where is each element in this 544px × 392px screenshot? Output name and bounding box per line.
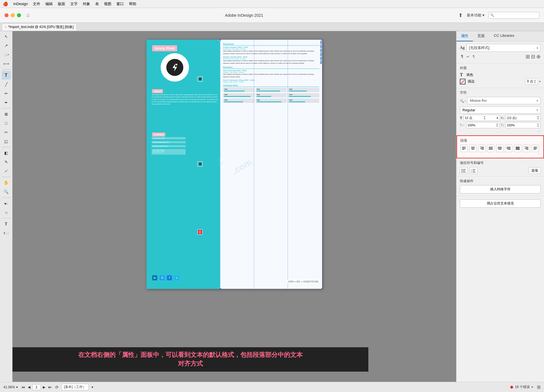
menu-object[interactable]: 对象 [83,1,90,7]
apple-menu[interactable]: 🍎 [3,1,8,7]
tab-pages[interactable]: 页面 [473,31,489,41]
align-left-button[interactable] [460,145,468,152]
first-page-button[interactable]: ⏮ [21,385,26,389]
scale-h-stepper[interactable]: ▲ ▼ [496,123,498,127]
tool-pencil[interactable]: ✏ [2,89,11,98]
thread-icon-2[interactable]: ⬛ [197,161,203,167]
para-options-icon[interactable]: ⊞ [526,54,530,60]
maximize-window-button[interactable] [17,13,21,17]
size-stepper[interactable]: ▲ ▼ [483,116,486,120]
tool-type[interactable]: T [2,71,11,80]
tab-close-button[interactable]: × [5,25,7,29]
stroke-down[interactable]: ▼ [534,82,536,84]
tool-preview[interactable]: T [2,220,11,228]
menu-edit[interactable]: 编辑 [45,1,53,7]
scale-h-input[interactable]: 100% ▲ ▼ [466,122,500,128]
menu-file[interactable]: 文件 [33,1,40,7]
stroke-dropdown-arrow[interactable]: ▾ [539,80,541,83]
share-button[interactable]: ⬆ [458,12,463,18]
align-justify-center-button[interactable] [496,145,503,152]
tab-properties[interactable]: 属性 [456,31,473,41]
menu-table[interactable]: 表 [95,1,99,7]
align-away-spine-button[interactable] [532,145,539,152]
error-count[interactable]: 16 个错误 [515,385,530,389]
para-split-icon[interactable]: ⊟ [531,54,535,60]
size-down[interactable]: ▼ [483,118,486,120]
document-tab[interactable]: × *Import_text.indd @ 41% [GPU 预览] [转换] [2,23,77,31]
canvas-area[interactable]: Jenny Pixel About [12,31,456,382]
tool-zoom[interactable]: 🔍 [2,188,11,196]
thread-icon-overflow[interactable]: ⊗ [197,229,203,235]
menu-window[interactable]: 窗口 [116,1,124,7]
last-page-button[interactable]: ⏭ [47,385,52,389]
tool-gradient[interactable]: ◧ [2,149,11,157]
stroke-value-input[interactable]: 0 点 ▲ ▼ [525,78,538,85]
preset-arrow[interactable]: ▾ [92,385,93,389]
char-more-options[interactable]: ··· [460,129,541,133]
align-center-button[interactable] [469,145,477,152]
scale-v-stepper[interactable]: ▲ ▼ [537,123,539,127]
tool-eyedropper[interactable]: 💉 [2,167,11,175]
tool-page[interactable]: ⬜↗ [2,50,11,59]
home-button[interactable]: ⌂ [27,12,30,18]
para-add-icon[interactable]: ⊕ [536,54,541,60]
numbered-list-button[interactable]: 1.2.3. [469,167,477,174]
leading-down[interactable]: ▼ [537,118,539,120]
tool-frame-type[interactable]: T⬜ [2,229,11,237]
tool-pen[interactable]: ✒ [2,98,11,107]
font-size-input[interactable]: 12 点 ▲ ▼ ▾ [464,115,500,121]
align-towards-spine-button[interactable] [523,145,530,152]
paragraph-style-dropdown[interactable]: [无段落样式] ▾ [466,44,541,52]
menu-text[interactable]: 文字 [70,1,78,7]
size-unit-dropdown[interactable]: ▾ [497,116,498,120]
align-force-justify-button[interactable] [514,145,521,152]
preset-dropdown[interactable]: [基本]（工作） [61,384,89,390]
leading-input[interactable]: (12 点) ▲ ▼ [505,115,541,121]
tool-scissors[interactable]: ✂ [2,128,11,137]
menu-view[interactable]: 视图 [104,1,111,7]
scale-v-input[interactable]: 100% ▲ ▼ [505,122,541,128]
fill-placeholder-button[interactable]: 用占位符文本填充 [460,199,541,208]
tool-gap[interactable]: ⟷ [2,59,11,68]
search-input[interactable] [488,12,539,19]
frame-handle-bl[interactable] [219,288,221,289]
tab-cc-libraries[interactable]: CC Libraries [489,31,519,41]
align-justify-button[interactable] [487,145,494,152]
page-number-input[interactable] [32,384,41,390]
tool-color[interactable]: ✎ [2,158,11,166]
insert-special-char-button[interactable]: 插入特殊字符 [460,185,541,193]
tool-rectangle-frame[interactable]: ⊠ [2,110,11,118]
para-more-options[interactable]: ··· [460,152,540,155]
menu-layout[interactable]: 版面 [58,1,65,7]
align-right-button[interactable] [478,145,486,152]
font-style-dropdown[interactable]: Regular ▾ [460,106,541,114]
minimize-window-button[interactable] [11,13,15,17]
tool-direct-select[interactable]: ↗ [2,41,11,50]
leading-stepper[interactable]: ▲ ▼ [537,116,539,120]
prev-page-button[interactable]: ◀ [27,385,31,389]
tool-rectangle[interactable]: □ [2,119,11,127]
tool-normal-mode[interactable]: ◻ [2,208,11,217]
zoom-dropdown[interactable]: ▾ [16,385,18,389]
error-dropdown[interactable]: ▾ [532,385,533,389]
font-name-dropdown[interactable]: Minion Pro ▾ [467,97,541,104]
next-page-button[interactable]: ▶ [42,385,46,389]
tool-line[interactable]: ╱ [2,80,11,89]
rotate-icon[interactable]: ⟳ [55,385,59,389]
zoom-value[interactable]: 41.06% [3,385,15,389]
align-justify-right-button[interactable] [505,145,512,152]
menu-help[interactable]: 帮助 [129,1,136,7]
layout-view-button[interactable]: ⊞ [537,384,541,390]
close-window-button[interactable] [5,13,8,17]
tool-select-arrow[interactable]: ↖ [2,32,11,41]
frame-handle-tr[interactable] [321,40,322,41]
menu-indesign[interactable]: InDesign [13,2,28,6]
bullet-list-button[interactable] [460,167,468,174]
bullet-options-button[interactable]: 选项 [529,167,541,174]
tool-fill-stroke[interactable]: ■□ [2,199,11,208]
tool-transform[interactable]: ◱ [2,137,11,146]
frame-handle-br[interactable] [321,288,322,289]
frame-handle-tl[interactable] [219,40,221,41]
thread-icon-1[interactable]: ⬛ [197,76,203,82]
tool-hand[interactable]: ✋ [2,178,11,187]
